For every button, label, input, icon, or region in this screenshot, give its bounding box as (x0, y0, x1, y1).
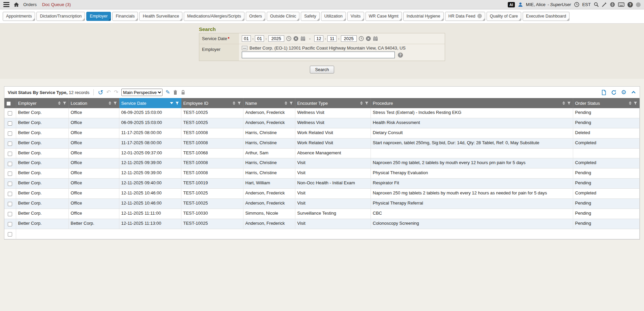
user-name[interactable]: MIE, Alice (526, 2, 546, 7)
ai-badge[interactable]: AI (508, 2, 515, 7)
tab-quality-of-care[interactable]: Quality of Care (487, 12, 521, 21)
sort-icon[interactable] (629, 101, 632, 105)
to-time-clock-icon[interactable] (359, 36, 364, 41)
cell-service-date: 12-01-2025 09:37:00 (119, 148, 181, 158)
filter-icon[interactable] (365, 101, 369, 105)
row-checkbox[interactable] (8, 152, 12, 156)
cell-service-date: 12-11-2025 09:40:00 (119, 179, 181, 189)
settings-gear-icon[interactable]: ⚙ (621, 89, 626, 95)
column-header-service-date[interactable]: Service Date (119, 98, 181, 108)
to-clear-icon[interactable] (366, 36, 371, 41)
filter-icon[interactable] (289, 101, 293, 105)
from-time-clock-icon[interactable] (286, 36, 291, 41)
row-checkbox[interactable] (8, 222, 12, 226)
tab-medications-allergies-scripts[interactable]: Medications/Allergies/Scripts (184, 12, 244, 21)
sort-icon[interactable] (360, 101, 363, 105)
service-date-label-text: Service Date (202, 36, 227, 41)
from-month-input[interactable] (242, 35, 251, 42)
tab-industrial-hygiene[interactable]: Industrial Hygiene (403, 12, 444, 21)
from-calendar-icon[interactable] (300, 36, 305, 41)
refresh-icon[interactable] (611, 90, 617, 95)
employer-help-icon[interactable]: ? (398, 53, 403, 58)
row-checkbox[interactable] (8, 182, 12, 186)
from-year-input[interactable] (268, 35, 284, 42)
column-header-name[interactable]: Name (243, 98, 295, 108)
tab-appointments[interactable]: Appointments (3, 12, 35, 21)
filter-icon[interactable] (567, 101, 571, 105)
footer-select-checkbox[interactable] (8, 232, 12, 237)
select-all-checkbox[interactable] (6, 101, 11, 106)
from-day-input[interactable] (255, 35, 264, 42)
column-header-location[interactable]: Location (68, 98, 119, 108)
perspective-select[interactable]: Main Perspective (121, 89, 163, 96)
clock-icon[interactable] (574, 2, 579, 7)
tab-orders[interactable]: Orders (246, 12, 265, 21)
wand-icon[interactable] (602, 2, 607, 7)
table-row: Better Corp.Office12-11-2025 09:39:00TES… (4, 168, 640, 179)
home-icon[interactable] (13, 2, 19, 7)
export-document-icon[interactable] (601, 90, 607, 95)
column-header-employee-id[interactable]: Employee ID (181, 98, 243, 108)
from-clear-icon[interactable] (293, 36, 298, 41)
to-month-input[interactable] (314, 35, 323, 42)
search-icon[interactable] (594, 2, 599, 7)
remove-employer-button[interactable]: — (242, 46, 247, 50)
row-checkbox[interactable] (8, 111, 12, 116)
filter-icon[interactable] (237, 101, 241, 105)
row-checkbox[interactable] (8, 121, 12, 126)
tab-utilization[interactable]: Utilization (321, 12, 346, 21)
collapse-chevron-icon[interactable] (631, 90, 636, 95)
column-header-employer[interactable]: Employer (16, 98, 68, 108)
row-checkbox[interactable] (8, 192, 12, 196)
tab-hr-data-feed[interactable]: HR Data Feed (445, 12, 485, 21)
row-checkbox[interactable] (8, 162, 12, 166)
cell-procedure: Stress Test (External) - Includes Restin… (371, 108, 573, 118)
to-calendar-icon[interactable] (373, 36, 378, 41)
reset-icon[interactable]: ↺ (98, 89, 103, 96)
sort-icon[interactable] (233, 101, 235, 105)
tab-dictation-transcription[interactable]: Dictation/Transcription (36, 12, 85, 21)
results-toolbar: Visit Status By Service Type, 12 records… (4, 87, 640, 98)
column-header-procedure[interactable]: Procedure (371, 98, 573, 108)
sort-icon[interactable] (58, 101, 61, 105)
filter-icon[interactable] (113, 101, 117, 105)
filter-icon[interactable] (175, 101, 179, 105)
sort-icon[interactable] (562, 101, 565, 105)
lock-icon[interactable] (181, 90, 185, 95)
keyboard-icon[interactable] (618, 2, 624, 7)
row-checkbox[interactable] (8, 212, 12, 216)
column-header-order-status[interactable]: Order Status (573, 98, 640, 108)
globe-icon[interactable] (610, 2, 615, 7)
to-day-input[interactable] (327, 35, 336, 42)
breadcrumb-orders[interactable]: Orders (23, 2, 37, 7)
tab-health-surveillance[interactable]: Health Surveillance (139, 12, 182, 21)
column-label: Order Status (575, 101, 600, 106)
service-date-row: Service Date* - - (199, 33, 445, 44)
employer-search-input[interactable] (242, 52, 395, 58)
tab-executive-dashboard[interactable]: Executive Dashboard (523, 12, 569, 21)
redo-icon[interactable]: ↷ (114, 90, 118, 95)
filter-icon[interactable] (63, 101, 66, 105)
sort-icon[interactable] (285, 101, 287, 105)
tab-outside-clinic[interactable]: Outside Clinic (267, 12, 299, 21)
edit-perspective-icon[interactable]: ✎ (166, 90, 170, 95)
column-header-encounter-type[interactable]: Encounter Type (295, 98, 371, 108)
search-button[interactable]: Search (310, 66, 334, 73)
tab-visits[interactable]: Visits (347, 12, 364, 21)
breadcrumb-doc-queue[interactable]: Doc Queue (3) (42, 2, 71, 7)
tab-wr-case-mgmt[interactable]: WR Case Mgmt (365, 12, 402, 21)
menu-icon[interactable] (3, 2, 9, 7)
row-checkbox[interactable] (8, 142, 12, 146)
tab-employer[interactable]: Employer (86, 12, 111, 21)
delete-perspective-icon[interactable] (173, 90, 178, 95)
undo-icon[interactable]: ↶ (106, 90, 111, 95)
tab-safety[interactable]: Safety (301, 12, 319, 21)
to-year-input[interactable] (341, 35, 357, 42)
filter-icon[interactable] (634, 101, 637, 105)
row-checkbox[interactable] (8, 202, 12, 206)
row-checkbox[interactable] (8, 131, 12, 136)
tab-financials[interactable]: Financials (112, 12, 138, 21)
row-checkbox[interactable] (8, 172, 12, 176)
sort-icon[interactable] (109, 101, 111, 105)
help-icon[interactable]: ? (627, 2, 633, 7)
